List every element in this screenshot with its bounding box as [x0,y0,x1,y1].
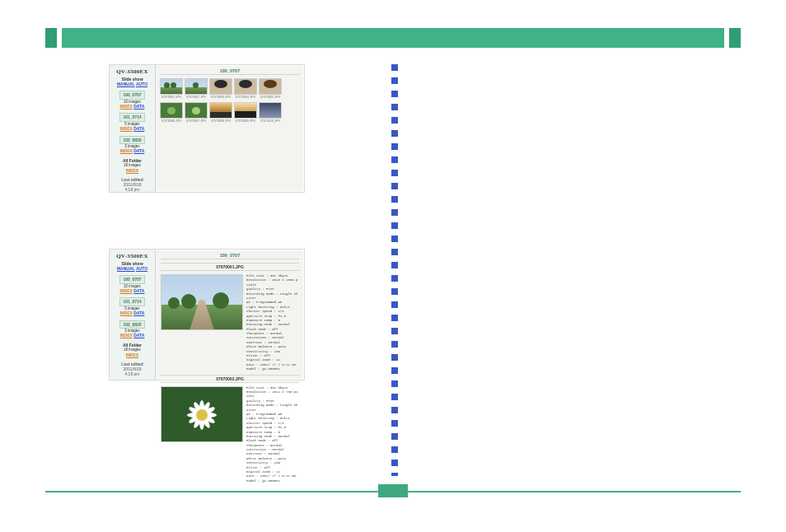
last-edited-time: 4:18 pm [110,187,155,192]
index-link[interactable]: INDEX [120,288,133,293]
thumbnail[interactable]: ▣07070009.JPG [235,102,256,123]
index-link[interactable]: INDEX [126,352,138,357]
folder-block-1: 100_0707 10 images INDEX DATA [110,275,155,293]
folder-badge[interactable]: 102_0820 [119,136,144,144]
sidebar: QV-3500EX Slide show MANUAL AUTO 100_070… [110,65,156,192]
preview-image[interactable] [161,274,243,330]
folder-badge[interactable]: 102_0820 [119,320,144,329]
last-edited-block: Last edited 2001/8/18 4:18 pm [110,362,155,377]
thumbnail[interactable]: ▣07070006.JPG [161,102,182,123]
thumbnail[interactable]: ▣07070005.JPG [260,78,281,99]
auto-link[interactable]: AUTO [136,82,147,86]
screenshot-index-view: QV-3500EX Slide show MANUAL AUTO 100_070… [109,64,305,193]
data-link[interactable]: DATA [133,333,144,338]
index-link[interactable]: INDEX [120,333,133,338]
thumbnail[interactable]: ▣07070003.JPG [210,78,232,99]
index-link[interactable]: INDEX [120,126,133,131]
current-folder-header: 100_0707 [161,253,299,259]
thumbnail-filename: 07070006.JPG [161,119,181,123]
screenshot-data-view: QV-3500EX Slide show MANUAL AUTO 100_070… [109,249,305,380]
index-link[interactable]: INDEX [120,148,133,153]
folder-block-2: 101_0714 5 images INDEX DATA [110,297,155,315]
folder-block-3: 102_0820 3 images INDEX DATA [110,136,155,154]
camera-model-title: QV-3500EX [110,68,155,76]
thumbnail[interactable]: ▣07070008.JPG [210,102,232,123]
thumbnail-filename: 07070001.JPG [161,96,181,99]
auto-link[interactable]: AUTO [136,266,147,271]
main-panel: 100_0707 07070001.JPG File Size : 352 kb… [156,250,304,380]
vertical-separator [391,64,398,476]
header-bar [45,28,741,48]
preview-image[interactable] [161,386,243,442]
folder-badge[interactable]: 100_0707 [119,91,144,99]
sidebar: QV-3500EX Slide show MANUAL AUTO 100_070… [110,250,156,380]
folder-block-3: 102_0820 3 images INDEX DATA [110,320,155,338]
thumbnail-filename: 07070003.JPG [211,96,231,99]
manual-link[interactable]: MANUAL [117,266,135,271]
manual-link[interactable]: MANUAL [117,82,135,86]
image-filename-header: 07070002.JPG [161,375,299,383]
thumbnail[interactable]: ▣07070007.JPG [185,102,207,123]
current-folder-header: 100_0707 [161,68,299,75]
page-number-badge [378,484,408,497]
folder-badge[interactable]: 100_0707 [119,275,144,283]
thumbnail-filename: 07070008.JPG [211,119,231,123]
thumbnail-filename: 07070007.JPG [186,119,206,123]
metadata-text: File Size : 352 kbyte Resolution : 2048 … [246,274,299,372]
folder-block-1: 100_0707 10 images INDEX DATA [110,91,155,109]
metadata-text: File Size : 384 kbyte Resolution : 1024 … [246,386,299,484]
last-edited-time: 4:18 pm [110,371,155,376]
thumbnail-filename: 07070002.JPG [186,96,206,99]
camera-model-title: QV-3500EX [110,253,155,260]
data-link[interactable]: DATA [133,126,144,131]
index-link[interactable]: INDEX [126,168,138,173]
decoration [729,28,741,48]
last-edited-block: Last edited 2001/8/18 4:18 pm [110,177,155,193]
all-folder-block: All Folder 18 images INDEX [110,343,155,357]
thumbnail-filename: 07070010.JPG [260,119,280,123]
image-filename-header: 07070001.JPG [161,263,299,271]
flower-icon [183,396,221,434]
decoration [45,28,57,48]
thumbnail[interactable]: ▣07070001.JPG [161,78,182,99]
data-link[interactable]: DATA [133,104,144,109]
thumbnail[interactable]: ▣07070002.JPG [185,78,207,99]
decoration [62,28,724,48]
folder-badge[interactable]: 101_0714 [119,297,144,306]
data-link[interactable]: DATA [133,288,144,293]
thumbnail-filename: 07070004.JPG [236,96,255,99]
data-link[interactable]: DATA [133,310,144,315]
thumbnail-filename: 07070009.JPG [236,119,255,123]
folder-badge[interactable]: 101_0714 [119,113,144,121]
index-link[interactable]: INDEX [120,104,133,109]
all-folder-block: All Folder 18 images INDEX [110,158,155,173]
thumbnail-filename: 07070005.JPG [260,96,280,99]
data-row: File Size : 384 kbyte Resolution : 1024 … [161,386,299,484]
thumbnail[interactable]: ▣07070010.JPG [260,102,281,123]
thumbnail[interactable]: ▣07070004.JPG [235,78,256,99]
main-panel: 100_0707 ▣07070001.JPG ▣07070002.JPG ▣07… [156,65,304,192]
index-link[interactable]: INDEX [120,310,133,315]
data-link[interactable]: DATA [133,148,144,153]
thumbnail-grid: ▣07070001.JPG ▣07070002.JPG ▣07070003.JP… [161,78,299,123]
data-row: File Size : 352 kbyte Resolution : 2048 … [161,274,299,372]
folder-block-2: 101_0714 5 images INDEX DATA [110,113,155,131]
